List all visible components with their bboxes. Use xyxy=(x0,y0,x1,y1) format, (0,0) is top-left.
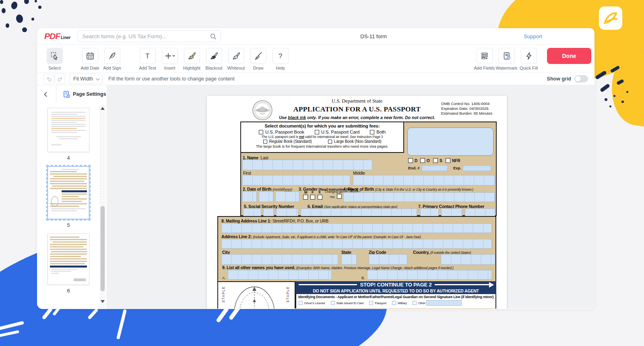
add-sign-button[interactable]: Add Sign xyxy=(101,48,123,72)
regular-book-option[interactable]: Regular Book (Standard) xyxy=(263,139,312,144)
id-military-option[interactable]: Military xyxy=(392,301,407,305)
address-line2-field[interactable] xyxy=(221,239,492,249)
decor-dot xyxy=(15,14,24,23)
help-button[interactable]: ? Help xyxy=(269,48,291,72)
watermark-button[interactable]: Watermark xyxy=(495,48,518,70)
country-field[interactable] xyxy=(441,254,495,265)
decor-dot xyxy=(2,8,6,13)
endorsement-input-box[interactable] xyxy=(407,128,493,156)
state-field[interactable] xyxy=(341,254,357,265)
passport-book-checkbox[interactable] xyxy=(259,130,263,134)
blackout-button[interactable]: Blackout xyxy=(203,48,225,72)
page-thumbnail-4[interactable] xyxy=(47,108,89,152)
app-header: PDF Liner DS-11 form Support xyxy=(37,28,594,45)
redo-button[interactable] xyxy=(55,74,65,84)
scroll-up-arrow[interactable] xyxy=(101,107,105,110)
passport-card-checkbox[interactable] xyxy=(315,130,319,134)
exp-field[interactable] xyxy=(463,165,491,171)
state-id-checkbox[interactable] xyxy=(331,301,335,305)
changing-marker-yes-checkbox[interactable] xyxy=(337,194,342,199)
id-other-option[interactable]: Other xyxy=(413,300,462,306)
add-fields-button[interactable]: Add Fields xyxy=(473,48,495,70)
banner-line-left xyxy=(299,284,357,285)
dob-day-field[interactable] xyxy=(259,192,273,202)
gender-x-checkbox[interactable] xyxy=(318,195,322,200)
quick-fill-button[interactable]: Quick Fill xyxy=(518,48,540,70)
last-name-field[interactable] xyxy=(242,160,372,170)
endorsement-nfr-checkbox[interactable] xyxy=(446,158,450,163)
end-number-field[interactable] xyxy=(422,165,448,171)
large-book-option[interactable]: Large Book (Non-Standard) xyxy=(328,139,382,144)
chevron-left-icon xyxy=(44,92,49,97)
page-settings-button[interactable]: Page Settings xyxy=(63,91,106,98)
passport-book-option[interactable]: U.S. Passport Book xyxy=(259,130,304,134)
page-thumbnail-6[interactable] xyxy=(47,233,89,285)
collapse-sidebar-button[interactable] xyxy=(37,85,56,103)
form-upper-section: Select document(s) for which you are sub… xyxy=(240,122,497,216)
end-number-label: End. # xyxy=(408,166,420,170)
show-grid-toggle[interactable] xyxy=(574,75,588,82)
id-state-id-option[interactable]: State Issued ID Card xyxy=(331,301,364,305)
draw-button[interactable]: Draw xyxy=(247,48,269,72)
whiteout-brush-icon xyxy=(232,51,241,60)
gender-f-checkbox[interactable] xyxy=(310,195,315,200)
middle-name-field[interactable] xyxy=(353,175,495,185)
page-thumbnail-5[interactable] xyxy=(47,166,89,219)
passport-id-checkbox[interactable] xyxy=(369,301,373,305)
show-grid-label: Show grid xyxy=(547,76,571,82)
form-lower-section: 8. Mailing Address Line 1: Street/RFD#, … xyxy=(217,216,496,309)
endorsement-s-checkbox[interactable] xyxy=(433,158,438,163)
undo-button[interactable] xyxy=(43,74,54,84)
both-checkbox[interactable] xyxy=(370,130,374,134)
support-link[interactable]: Support xyxy=(524,33,542,39)
insert-button[interactable]: Insert xyxy=(159,48,181,72)
search-form[interactable] xyxy=(78,30,221,42)
card-note: The U.S. passport card is not valid for … xyxy=(241,135,403,139)
pdfliner-logo[interactable]: PDF Liner xyxy=(44,31,70,41)
endorsement-o-checkbox[interactable] xyxy=(420,158,425,163)
select-tool-button[interactable]: Select xyxy=(43,48,66,72)
military-checkbox[interactable] xyxy=(392,301,396,305)
page-settings-label: Page Settings xyxy=(73,91,106,97)
other-id-field[interactable] xyxy=(426,300,462,306)
page-number: 6 xyxy=(47,288,89,294)
both-option[interactable]: Both xyxy=(370,130,386,134)
scroll-down-arrow[interactable] xyxy=(101,300,105,303)
regular-book-checkbox[interactable] xyxy=(263,140,267,144)
brand-logo-icon xyxy=(603,10,619,26)
other-name-a-label: A. xyxy=(222,276,226,280)
highlight-button[interactable]: Highlight xyxy=(181,48,203,72)
zoom-select[interactable]: Fit Width xyxy=(69,74,103,84)
id-passport-option[interactable]: Passport xyxy=(369,301,386,305)
address-line2-label: Address Line 2: (Include Apartment, Suit… xyxy=(221,234,421,239)
add-date-button[interactable]: Add Date xyxy=(79,48,101,72)
other-name-a-field[interactable] xyxy=(228,270,332,280)
passport-card-option[interactable]: U.S. Passport Card xyxy=(315,130,359,134)
omb-expiration: Expiration Date: 04/30/2025 xyxy=(441,106,505,111)
drivers-license-checkbox[interactable] xyxy=(299,301,303,305)
yes-label: Yes xyxy=(330,195,334,199)
dob-year-field[interactable] xyxy=(275,192,299,202)
endorsement-d-checkbox[interactable] xyxy=(408,158,413,163)
zip-field[interactable] xyxy=(369,254,407,265)
watermark-icon xyxy=(502,51,511,60)
dob-month-field[interactable] xyxy=(242,192,257,202)
city-field[interactable] xyxy=(221,254,338,265)
other-name-b-field[interactable] xyxy=(367,270,492,280)
scrollbar-thumb[interactable] xyxy=(101,206,105,291)
id-drivers-license-option[interactable]: Driver's License xyxy=(299,301,325,305)
sidebar-scrollbar[interactable] xyxy=(99,105,106,309)
search-icon[interactable] xyxy=(210,33,217,40)
other-checkbox[interactable] xyxy=(413,301,417,305)
address-line1-field[interactable] xyxy=(221,223,492,233)
search-input[interactable] xyxy=(82,33,210,39)
first-name-field[interactable] xyxy=(242,175,350,185)
add-text-button[interactable]: T Add Text xyxy=(136,48,159,72)
form-header: U.S. Department of State APPLICATION FOR… xyxy=(275,98,440,120)
large-book-checkbox[interactable] xyxy=(328,140,332,144)
fees-box: Select document(s) for which you are sub… xyxy=(240,122,404,153)
whiteout-button[interactable]: Whiteout xyxy=(225,48,247,72)
done-button[interactable]: Done xyxy=(547,48,591,64)
place-of-birth-field[interactable] xyxy=(343,192,495,202)
gender-m-checkbox[interactable] xyxy=(303,195,308,200)
